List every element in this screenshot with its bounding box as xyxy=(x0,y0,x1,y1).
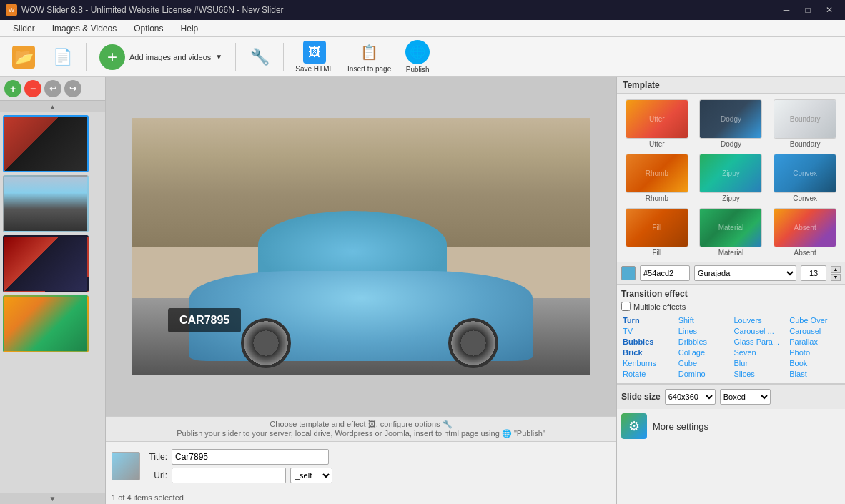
trans-collage[interactable]: Collage xyxy=(677,347,730,357)
trans-slices[interactable]: Slices xyxy=(733,369,786,379)
boxed-select[interactable]: Boxed Full Width xyxy=(720,389,771,405)
template-rhomb[interactable]: Rhomb Rhomb xyxy=(621,152,693,204)
url-target-select[interactable]: _self _blank xyxy=(290,468,332,483)
slide-size-select[interactable]: 640x360 800x450 1024x576 Custom xyxy=(665,389,716,405)
template-name-rhomb: Rhomb xyxy=(646,194,668,202)
close-button[interactable]: ✕ xyxy=(819,3,839,17)
trans-louvers[interactable]: Louvers xyxy=(733,315,786,325)
menu-help[interactable]: Help xyxy=(174,22,206,35)
window-title: WOW Slider 8.8 - Unlimited Website Licen… xyxy=(21,5,284,15)
trans-dribbles[interactable]: Dribbles xyxy=(677,337,730,347)
transition-section: Transition effect Multiple effects Turn … xyxy=(617,285,845,384)
publish-icon: 🌐 xyxy=(405,40,430,64)
thumbnail-item-4[interactable] xyxy=(3,295,89,352)
template-material[interactable]: Material Material xyxy=(696,207,767,258)
publish-button[interactable]: 🌐 Publish xyxy=(400,37,435,76)
color-input[interactable] xyxy=(640,265,690,281)
insert-button[interactable]: 📋 Insert to page xyxy=(342,38,397,76)
trans-photo[interactable]: Photo xyxy=(788,347,841,357)
trans-cube[interactable]: Cube xyxy=(677,358,730,368)
maximize-button[interactable]: □ xyxy=(798,3,818,17)
trans-blur[interactable]: Blur xyxy=(733,358,786,368)
car-roof xyxy=(258,211,447,279)
scroll-up-arrow[interactable]: ▲ xyxy=(0,101,105,112)
menu-options[interactable]: Options xyxy=(127,22,170,35)
template-name-boundary: Boundary xyxy=(790,140,821,148)
more-settings[interactable]: ⚙ More settings xyxy=(617,409,845,443)
multiple-effects-checkbox[interactable] xyxy=(621,302,631,311)
trans-carousel-dot[interactable]: Carousel ... xyxy=(733,326,786,336)
status-bar: 1 of 4 items selected xyxy=(106,490,616,504)
trans-bubbles[interactable]: Bubbles xyxy=(621,337,674,347)
trans-rotate[interactable]: Rotate xyxy=(621,369,674,379)
thumbnail-item-1[interactable] xyxy=(3,115,89,172)
url-input[interactable] xyxy=(172,468,286,483)
font-family-select[interactable]: Gurajada Arial Verdana xyxy=(694,265,796,281)
font-size-up-button[interactable]: ▲ xyxy=(831,266,841,273)
font-size-spinner: ▲ ▼ xyxy=(831,266,841,281)
thumbnail-list xyxy=(0,112,105,493)
template-convex[interactable]: Convex Convex xyxy=(769,152,841,204)
minimize-button[interactable]: ─ xyxy=(776,3,796,17)
template-thumb-material: Material xyxy=(699,208,762,247)
menubar: Slider Images & Videos Options Help xyxy=(0,20,845,37)
trans-brick[interactable]: Brick xyxy=(621,347,674,357)
trans-book[interactable]: Book xyxy=(788,358,841,368)
trans-blast[interactable]: Blast xyxy=(788,369,841,379)
trans-carousel[interactable]: Carousel xyxy=(788,326,841,336)
template-utter[interactable]: Utter Utter xyxy=(621,98,693,149)
trans-turn[interactable]: Turn xyxy=(621,315,674,325)
multiple-effects-label[interactable]: Multiple effects xyxy=(621,302,686,311)
canvas-hint-2: Publish your slider to your server, loca… xyxy=(112,429,611,438)
thumbnail-item-2[interactable] xyxy=(3,175,89,232)
template-fill[interactable]: Fill Fill xyxy=(621,207,693,258)
font-size-down-button[interactable]: ▼ xyxy=(831,274,841,281)
sep-2 xyxy=(235,43,236,71)
menu-images-videos[interactable]: Images & Videos xyxy=(45,22,124,35)
trans-parallax[interactable]: Parallax xyxy=(788,337,841,347)
trans-shift[interactable]: Shift xyxy=(677,315,730,325)
scroll-down-arrow[interactable]: ▼ xyxy=(0,493,105,504)
color-swatch[interactable] xyxy=(621,266,636,280)
template-thumb-dodgy: Dodgy xyxy=(699,99,762,139)
new-icon: 📄 xyxy=(51,46,74,69)
title-input[interactable] xyxy=(172,449,329,465)
trans-kenburns[interactable]: Kenburns xyxy=(621,358,674,368)
template-name-material: Material xyxy=(718,249,744,257)
trans-seven[interactable]: Seven xyxy=(733,347,786,357)
car-label: CAR7895 xyxy=(168,308,241,332)
add-slide-button[interactable]: + xyxy=(4,80,21,97)
settings-button[interactable]: 🔧 xyxy=(242,43,277,71)
size-section: Slide size 640x360 800x450 1024x576 Cust… xyxy=(617,384,845,409)
trans-cube-over[interactable]: Cube Over xyxy=(788,315,841,325)
trans-tv[interactable]: TV xyxy=(621,326,674,336)
new-button[interactable]: 📄 xyxy=(44,43,80,71)
trans-glass-para[interactable]: Glass Para... xyxy=(733,337,786,347)
insert-label: Insert to page xyxy=(347,65,391,73)
canvas: CAR7895 xyxy=(106,77,616,416)
dropdown-caret-icon: ▼ xyxy=(215,53,222,61)
menu-slider[interactable]: Slider xyxy=(6,22,42,35)
template-absent[interactable]: Absent Absent xyxy=(769,207,841,258)
trans-domino[interactable]: Domino xyxy=(677,369,730,379)
trans-lines[interactable]: Lines xyxy=(677,326,730,336)
template-thumb-absent: Absent xyxy=(774,208,836,247)
title-label: Title: xyxy=(146,452,167,462)
template-name-dodgy: Dodgy xyxy=(721,140,741,148)
remove-slide-button[interactable]: − xyxy=(24,80,41,97)
template-thumb-boundary: Boundary xyxy=(774,99,836,139)
more-settings-icon: ⚙ xyxy=(621,413,647,439)
template-dodgy[interactable]: Dodgy Dodgy xyxy=(696,98,767,149)
save-html-button[interactable]: 🖼 Save HTML xyxy=(290,38,339,76)
font-size-input[interactable] xyxy=(801,265,826,281)
redo-button[interactable]: ↪ xyxy=(64,80,81,97)
slide-size-label: Slide size xyxy=(621,392,661,402)
template-name-utter: Utter xyxy=(649,140,665,148)
template-boundary[interactable]: Boundary Boundary xyxy=(769,98,841,149)
add-images-button[interactable]: + Add images and videos ▼ xyxy=(92,41,229,73)
template-grid: Utter Utter Dodgy Dodgy Boundary Boundar… xyxy=(617,94,845,262)
thumbnail-item-3[interactable] xyxy=(3,235,89,292)
template-zippy[interactable]: Zippy Zippy xyxy=(696,152,767,204)
undo-button[interactable]: ↩ xyxy=(44,80,61,97)
open-button[interactable]: 📂 xyxy=(6,43,41,71)
